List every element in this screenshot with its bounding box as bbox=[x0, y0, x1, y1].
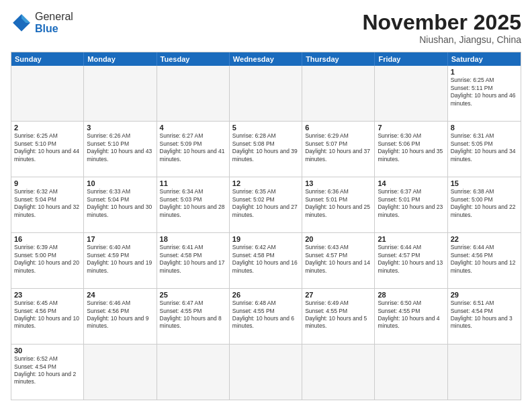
day-number: 27 bbox=[305, 291, 371, 299]
day-number: 6 bbox=[305, 124, 371, 132]
day-number: 28 bbox=[378, 291, 444, 299]
location: Niushan, Jiangsu, China bbox=[362, 34, 521, 45]
day-number: 26 bbox=[232, 291, 299, 299]
day-number: 2 bbox=[14, 124, 81, 132]
day-cell: 25Sunrise: 6:47 AMSunset: 4:55 PMDayligh… bbox=[157, 289, 230, 344]
empty-cell bbox=[375, 345, 447, 400]
calendar: SundayMondayTuesdayWednesdayThursdayFrid… bbox=[11, 52, 521, 400]
day-number: 29 bbox=[451, 291, 518, 299]
weekday-header: Sunday bbox=[11, 52, 84, 66]
day-cell: 23Sunrise: 6:45 AMSunset: 4:56 PMDayligh… bbox=[11, 289, 84, 344]
day-cell: 4Sunrise: 6:27 AMSunset: 5:09 PMDaylight… bbox=[157, 122, 230, 177]
calendar-header: SundayMondayTuesdayWednesdayThursdayFrid… bbox=[11, 52, 521, 66]
day-cell: 2Sunrise: 6:25 AMSunset: 5:10 PMDaylight… bbox=[11, 122, 84, 177]
day-cell: 7Sunrise: 6:30 AMSunset: 5:06 PMDaylight… bbox=[375, 122, 447, 177]
title-block: November 2025 Niushan, Jiangsu, China bbox=[362, 11, 521, 45]
day-cell: 30Sunrise: 6:52 AMSunset: 4:54 PMDayligh… bbox=[11, 345, 84, 400]
day-info: Sunrise: 6:38 AMSunset: 5:00 PMDaylight:… bbox=[451, 188, 518, 219]
day-number: 3 bbox=[87, 124, 153, 132]
calendar-body: 1Sunrise: 6:25 AMSunset: 5:11 PMDaylight… bbox=[11, 66, 521, 400]
day-number: 25 bbox=[160, 291, 226, 299]
empty-cell bbox=[84, 345, 157, 400]
day-info: Sunrise: 6:33 AMSunset: 5:04 PMDaylight:… bbox=[87, 188, 153, 219]
day-info: Sunrise: 6:45 AMSunset: 4:56 PMDaylight:… bbox=[14, 300, 81, 330]
day-info: Sunrise: 6:42 AMSunset: 4:58 PMDaylight:… bbox=[232, 244, 299, 275]
day-info: Sunrise: 6:29 AMSunset: 5:07 PMDaylight:… bbox=[305, 132, 371, 163]
day-info: Sunrise: 6:41 AMSunset: 4:58 PMDaylight:… bbox=[160, 244, 226, 275]
day-number: 9 bbox=[14, 179, 81, 187]
day-number: 1 bbox=[451, 68, 518, 76]
day-cell: 6Sunrise: 6:29 AMSunset: 5:07 PMDaylight… bbox=[302, 122, 375, 177]
day-number: 16 bbox=[14, 235, 81, 243]
day-number: 22 bbox=[451, 235, 518, 243]
day-info: Sunrise: 6:31 AMSunset: 5:05 PMDaylight:… bbox=[451, 132, 518, 163]
day-cell: 24Sunrise: 6:46 AMSunset: 4:56 PMDayligh… bbox=[84, 289, 157, 344]
day-info: Sunrise: 6:32 AMSunset: 5:04 PMDaylight:… bbox=[14, 188, 81, 219]
day-number: 23 bbox=[14, 291, 81, 299]
day-number: 12 bbox=[232, 179, 299, 187]
empty-cell bbox=[157, 345, 230, 400]
day-cell: 19Sunrise: 6:42 AMSunset: 4:58 PMDayligh… bbox=[230, 233, 302, 288]
calendar-row: 1Sunrise: 6:25 AMSunset: 5:11 PMDaylight… bbox=[11, 66, 521, 121]
day-cell: 5Sunrise: 6:28 AMSunset: 5:08 PMDaylight… bbox=[230, 122, 302, 177]
day-number: 7 bbox=[378, 124, 444, 132]
calendar-row: 23Sunrise: 6:45 AMSunset: 4:56 PMDayligh… bbox=[11, 288, 521, 344]
empty-cell bbox=[375, 66, 447, 121]
day-cell: 12Sunrise: 6:35 AMSunset: 5:02 PMDayligh… bbox=[230, 177, 302, 232]
day-info: Sunrise: 6:34 AMSunset: 5:03 PMDaylight:… bbox=[160, 188, 226, 219]
logo-general: General bbox=[35, 11, 73, 23]
day-number: 15 bbox=[451, 179, 518, 187]
weekday-header: Tuesday bbox=[157, 52, 230, 66]
calendar-row: 9Sunrise: 6:32 AMSunset: 5:04 PMDaylight… bbox=[11, 177, 521, 232]
day-cell: 27Sunrise: 6:49 AMSunset: 4:55 PMDayligh… bbox=[302, 289, 375, 344]
day-cell: 8Sunrise: 6:31 AMSunset: 5:05 PMDaylight… bbox=[448, 122, 521, 177]
empty-cell bbox=[302, 66, 375, 121]
day-cell: 26Sunrise: 6:48 AMSunset: 4:55 PMDayligh… bbox=[230, 289, 302, 344]
day-number: 30 bbox=[14, 347, 81, 355]
day-info: Sunrise: 6:51 AMSunset: 4:54 PMDaylight:… bbox=[451, 300, 518, 330]
day-info: Sunrise: 6:37 AMSunset: 5:01 PMDaylight:… bbox=[378, 188, 444, 219]
day-cell: 22Sunrise: 6:44 AMSunset: 4:56 PMDayligh… bbox=[448, 233, 521, 288]
day-info: Sunrise: 6:36 AMSunset: 5:01 PMDaylight:… bbox=[305, 188, 371, 219]
weekday-header: Saturday bbox=[448, 52, 521, 66]
weekday-header: Friday bbox=[375, 52, 447, 66]
empty-cell bbox=[11, 66, 84, 121]
empty-cell bbox=[302, 345, 375, 400]
empty-cell bbox=[448, 345, 521, 400]
day-info: Sunrise: 6:50 AMSunset: 4:55 PMDaylight:… bbox=[378, 300, 444, 330]
day-info: Sunrise: 6:26 AMSunset: 5:10 PMDaylight:… bbox=[87, 132, 153, 163]
calendar-page: General Blue November 2025 Niushan, Jian… bbox=[0, 0, 532, 411]
day-info: Sunrise: 6:49 AMSunset: 4:55 PMDaylight:… bbox=[305, 300, 371, 330]
calendar-row: 16Sunrise: 6:39 AMSunset: 5:00 PMDayligh… bbox=[11, 232, 521, 288]
weekday-header: Wednesday bbox=[230, 52, 302, 66]
day-number: 4 bbox=[160, 124, 226, 132]
day-info: Sunrise: 6:46 AMSunset: 4:56 PMDaylight:… bbox=[87, 300, 153, 330]
day-info: Sunrise: 6:25 AMSunset: 5:11 PMDaylight:… bbox=[451, 77, 518, 107]
logo: General Blue bbox=[11, 11, 73, 34]
logo-text: General Blue bbox=[35, 11, 73, 34]
day-number: 13 bbox=[305, 179, 371, 187]
day-cell: 1Sunrise: 6:25 AMSunset: 5:11 PMDaylight… bbox=[448, 66, 521, 121]
day-cell: 3Sunrise: 6:26 AMSunset: 5:10 PMDaylight… bbox=[84, 122, 157, 177]
day-cell: 17Sunrise: 6:40 AMSunset: 4:59 PMDayligh… bbox=[84, 233, 157, 288]
day-cell: 20Sunrise: 6:43 AMSunset: 4:57 PMDayligh… bbox=[302, 233, 375, 288]
day-info: Sunrise: 6:52 AMSunset: 4:54 PMDaylight:… bbox=[14, 355, 81, 386]
day-info: Sunrise: 6:48 AMSunset: 4:55 PMDaylight:… bbox=[232, 300, 299, 330]
day-info: Sunrise: 6:44 AMSunset: 4:57 PMDaylight:… bbox=[378, 244, 444, 275]
day-number: 18 bbox=[160, 235, 226, 243]
day-cell: 16Sunrise: 6:39 AMSunset: 5:00 PMDayligh… bbox=[11, 233, 84, 288]
calendar-row: 30Sunrise: 6:52 AMSunset: 4:54 PMDayligh… bbox=[11, 344, 521, 400]
day-info: Sunrise: 6:28 AMSunset: 5:08 PMDaylight:… bbox=[232, 132, 299, 163]
day-cell: 9Sunrise: 6:32 AMSunset: 5:04 PMDaylight… bbox=[11, 177, 84, 232]
day-number: 20 bbox=[305, 235, 371, 243]
empty-cell bbox=[230, 345, 302, 400]
day-number: 14 bbox=[378, 179, 444, 187]
day-info: Sunrise: 6:47 AMSunset: 4:55 PMDaylight:… bbox=[160, 300, 226, 330]
calendar-row: 2Sunrise: 6:25 AMSunset: 5:10 PMDaylight… bbox=[11, 121, 521, 177]
weekday-header: Thursday bbox=[302, 52, 375, 66]
day-info: Sunrise: 6:44 AMSunset: 4:56 PMDaylight:… bbox=[451, 244, 518, 275]
day-cell: 10Sunrise: 6:33 AMSunset: 5:04 PMDayligh… bbox=[84, 177, 157, 232]
day-info: Sunrise: 6:43 AMSunset: 4:57 PMDaylight:… bbox=[305, 244, 371, 275]
page-header: General Blue November 2025 Niushan, Jian… bbox=[11, 11, 521, 45]
day-number: 17 bbox=[87, 235, 153, 243]
